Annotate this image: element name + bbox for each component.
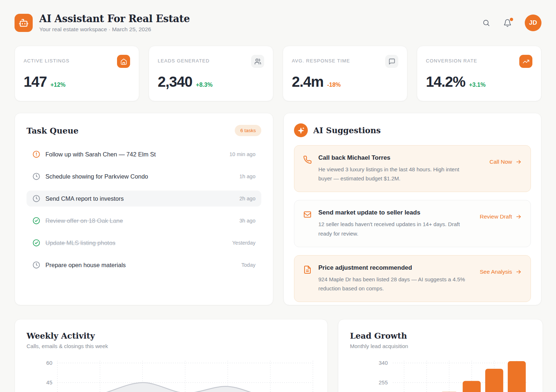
action-label: Review Draft [480,213,512,220]
weekly-activity-subtitle: Calls, emails & closings this week [27,343,316,349]
task-title: Prepare open house materials [45,262,236,269]
task-title: Schedule showing for Parkview Condo [45,173,234,180]
stat-label: CONVERSION RATE [426,58,477,64]
task-title: Review offer on 18 Oak Lane [45,217,234,224]
users-icon [251,55,264,68]
task-row[interactable]: Review offer on 18 Oak Lane 3h ago [27,213,261,229]
ai-suggestions-card: AI Suggestions Call back Michael Torres … [283,113,541,305]
weekly-activity-card: Weekly Activity Calls, emails & closings… [15,319,328,392]
call-now-button[interactable]: Call Now [489,159,522,165]
task-title: Update MLS listing photos [45,240,227,246]
page-subtitle: Your real estate workspace · March 25, 2… [39,26,190,33]
task-list: Follow up with Sarah Chen — 742 Elm St 1… [27,146,261,273]
task-row[interactable]: Prepare open house materials Today [27,257,261,273]
stat-delta: +12% [51,82,65,88]
svg-text:60: 60 [46,360,52,366]
lead-growth-card: Lead Growth Monthly lead acquisition 340… [338,319,543,392]
stat-label: LEADS GENERATED [158,58,210,64]
charts-row: Weekly Activity Calls, emails & closings… [15,319,541,392]
lead-growth-title: Lead Growth [350,331,531,340]
task-row[interactable]: Follow up with Sarah Chen — 742 Elm St 1… [27,146,261,162]
task-time: 10 min ago [229,151,255,157]
stats-row: ACTIVE LISTINGS 147 +12% LEADS GENERATED [15,46,541,101]
arrow-right-icon [515,213,522,220]
stat-card-leads-generated: LEADS GENERATED 2,340 +8.3% [149,46,273,101]
svg-text:255: 255 [379,379,388,385]
stat-delta: +3.1% [469,82,486,88]
stat-card-active-listings: ACTIVE LISTINGS 147 +12% [15,46,139,101]
review-draft-button[interactable]: Review Draft [480,213,522,220]
clock-icon [32,195,40,203]
notification-dot [510,18,513,21]
clock-icon [32,261,40,269]
action-label: See Analysis [480,269,512,275]
alert-circle-icon [32,150,40,158]
task-count-badge: 6 tasks [235,125,261,136]
page-title: AI Assistant For Real Estate [39,13,190,24]
stat-value: 14.2% [426,74,465,90]
weekly-activity-chart: 6045 [27,356,316,392]
suggestion-title: Send market update to seller leads [318,209,467,216]
suggestion-price-adjustment: Price adjustment recommended 924 Maple D… [294,255,531,302]
suggestion-body: Call back Michael Torres He viewed 3 lux… [318,154,467,183]
search-icon[interactable] [482,19,490,27]
file-text-icon [303,265,312,293]
suggestion-description: He viewed 3 luxury listings in the last … [318,165,467,183]
header: AI Assistant For Real Estate Your real e… [15,13,541,33]
weekly-activity-title: Weekly Activity [27,331,316,340]
dashboard-page: AI Assistant For Real Estate Your real e… [0,0,556,392]
stat-label: ACTIVE LISTINGS [24,58,69,64]
trending-up-icon [519,55,532,68]
message-square-icon [385,55,398,68]
sparkles-icon [294,123,308,137]
task-title: Send CMA report to investors [45,195,234,202]
robot-icon [15,14,33,32]
task-time: Yesterday [232,240,255,246]
task-row[interactable]: Send CMA report to investors 2h ago [27,191,261,207]
task-row[interactable]: Schedule showing for Parkview Condo 1h a… [27,168,261,184]
task-time: 2h ago [239,196,255,201]
task-queue-title: Task Queue [27,126,78,135]
task-row[interactable]: Update MLS listing photos Yesterday [27,235,261,251]
suggestion-body: Send market update to seller leads 12 se… [318,209,467,238]
arrow-right-icon [515,159,522,165]
main-row: Task Queue 6 tasks Follow up with Sarah … [15,113,541,305]
svg-text:340: 340 [379,360,388,366]
stat-value: 2,340 [158,74,192,90]
stat-label: AVG. RESPONSE TIME [292,58,350,64]
bell-icon[interactable] [503,19,512,27]
task-time: 3h ago [239,218,255,224]
task-queue-card: Task Queue 6 tasks Follow up with Sarah … [15,113,273,305]
house-icon [117,55,130,68]
stat-value: 147 [24,74,47,90]
ai-suggestions-title: AI Suggestions [313,126,381,135]
check-circle-icon [32,239,40,247]
header-brand: AI Assistant For Real Estate Your real e… [15,13,190,33]
header-actions: JD [482,15,541,31]
avatar[interactable]: JD [525,15,541,31]
suggestion-call-back: Call back Michael Torres He viewed 3 lux… [294,145,531,192]
task-title: Follow up with Sarah Chen — 742 Elm St [45,151,224,158]
arrow-right-icon [515,269,522,275]
task-time: 1h ago [239,173,255,179]
suggestion-description: 12 seller leads haven't received updates… [318,220,467,238]
suggestion-title: Price adjustment recommended [318,264,467,271]
stat-delta: +8.3% [196,82,213,88]
check-circle-icon [32,217,40,225]
stat-card-avg-response-time: AVG. RESPONSE TIME 2.4m -18% [283,46,407,101]
suggestion-market-update: Send market update to seller leads 12 se… [294,200,531,247]
lead-growth-chart: 340255 [350,356,531,392]
svg-text:45: 45 [46,379,52,385]
suggestion-title: Call back Michael Torres [318,154,467,162]
mail-icon [303,210,312,238]
stat-delta: -18% [327,82,341,88]
lead-growth-subtitle: Monthly lead acquisition [350,343,531,349]
suggestion-description: 924 Maple Dr has been listed 28 days — A… [318,275,467,293]
header-titles: AI Assistant For Real Estate Your real e… [39,13,190,33]
phone-icon [303,155,312,183]
suggestion-body: Price adjustment recommended 924 Maple D… [318,264,467,293]
task-time: Today [241,262,255,268]
see-analysis-button[interactable]: See Analysis [480,269,522,275]
stat-value: 2.4m [292,74,323,90]
stat-card-conversion-rate: CONVERSION RATE 14.2% +3.1% [417,46,541,101]
